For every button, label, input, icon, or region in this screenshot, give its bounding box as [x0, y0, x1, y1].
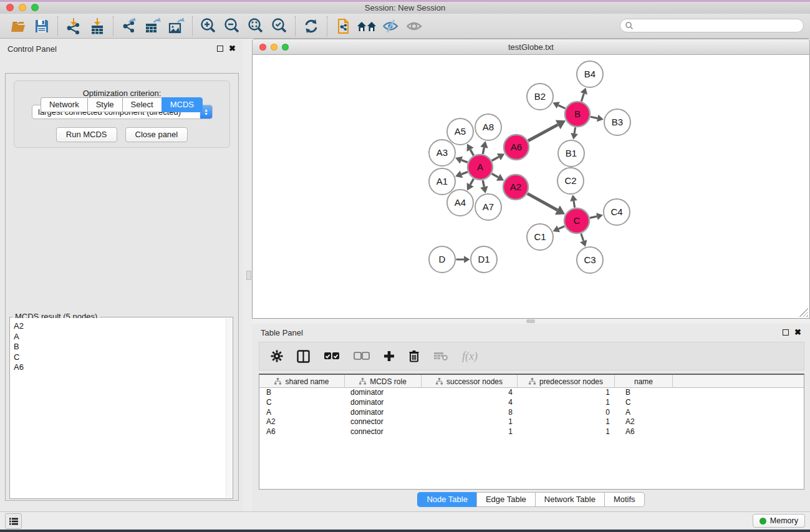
network-window-titlebar[interactable]: testGlobe.txt	[252, 39, 810, 55]
graph-edge[interactable]	[591, 117, 597, 118]
mcds-result-item[interactable]: B	[11, 342, 226, 352]
show-all-button[interactable]	[402, 16, 426, 37]
column-header[interactable]: shared name	[259, 375, 345, 388]
tab-edge-table[interactable]: Edge Table	[476, 492, 535, 507]
column-header[interactable]: successor nodes	[422, 375, 518, 388]
graph-edge[interactable]	[590, 216, 597, 218]
float-panel-icon[interactable]	[217, 46, 223, 52]
resize-grip-icon[interactable]	[799, 308, 808, 317]
mcds-result-item[interactable]: A6	[11, 362, 226, 373]
search-field[interactable]	[620, 19, 804, 32]
close-panel-button[interactable]: Close panel	[125, 127, 188, 142]
node-table[interactable]: shared nameMCDS rolesuccessor nodesprede…	[259, 374, 804, 490]
graph-edge[interactable]	[470, 179, 473, 185]
memory-button[interactable]: Memory	[753, 514, 805, 528]
graph-edge[interactable]	[483, 147, 484, 154]
main-toolbar	[0, 14, 810, 39]
minimize-window-button[interactable]	[19, 4, 26, 11]
graph-edge[interactable]	[558, 105, 565, 109]
app-titlebar[interactable]: Session: New Session	[0, 2, 810, 14]
select-all-columns-button[interactable]	[324, 352, 340, 360]
table-row[interactable]: Cdominator41C	[259, 398, 804, 408]
graph-edge[interactable]	[581, 233, 584, 241]
float-table-panel-icon[interactable]	[783, 329, 789, 336]
splitter-handle[interactable]	[246, 271, 251, 280]
network-canvas[interactable]: B4B2BB3A8A5A6A3B1AC2A1A2A4A7C4CC1DD1C3	[252, 55, 810, 319]
unselect-all-columns-button[interactable]	[354, 352, 370, 360]
delete-table-button[interactable]	[433, 351, 448, 361]
node-table-header[interactable]: shared nameMCDS rolesuccessor nodesprede…	[259, 375, 804, 388]
close-table-panel-icon[interactable]: ✖	[794, 329, 801, 336]
column-settings-button[interactable]	[271, 350, 283, 362]
window-controls[interactable]	[6, 4, 39, 11]
export-image-button[interactable]	[165, 16, 188, 37]
graph-edge[interactable]	[528, 125, 558, 141]
network-zoom-button[interactable]	[282, 44, 289, 51]
tab-network-table[interactable]: Network Table	[535, 492, 604, 507]
network-minimize-button[interactable]	[271, 44, 277, 51]
import-network-button[interactable]	[62, 16, 85, 37]
graph-edge[interactable]	[483, 180, 484, 187]
tab-mcds[interactable]: MCDS	[162, 97, 203, 112]
graph-edge[interactable]	[461, 160, 468, 163]
graph-edge[interactable]	[574, 127, 576, 133]
function-builder-button[interactable]: f(x)	[462, 350, 478, 363]
graph-edge[interactable]	[492, 174, 498, 178]
close-panel-icon[interactable]: ✖	[229, 46, 236, 52]
graph-edge[interactable]	[461, 172, 468, 175]
tab-select[interactable]: Select	[122, 97, 162, 112]
graph-edge[interactable]	[528, 193, 557, 210]
import-table-button[interactable]	[85, 16, 109, 37]
zoom-fit-button[interactable]	[244, 16, 268, 37]
close-window-button[interactable]	[6, 4, 14, 11]
network-close-button[interactable]	[259, 44, 266, 51]
run-mcds-button[interactable]: Run MCDS	[56, 127, 117, 142]
search-input[interactable]	[634, 20, 803, 31]
graph-edge[interactable]	[559, 226, 565, 229]
graph-edge[interactable]	[574, 201, 575, 208]
zoom-window-button[interactable]	[31, 4, 39, 11]
tab-style[interactable]: Style	[87, 97, 122, 112]
zoom-in-button[interactable]	[196, 16, 220, 37]
session-title: Session: New Session	[0, 3, 810, 12]
mcds-result-item[interactable]: C	[11, 352, 226, 363]
hide-selected-button[interactable]	[378, 16, 402, 37]
table-row[interactable]: Bdominator41B	[259, 388, 804, 398]
mcds-result-list[interactable]: A2ABCA6	[11, 318, 226, 498]
network-graph[interactable]: B4B2BB3A8A5A6A3B1AC2A1A2A4A7C4CC1DD1C3	[253, 55, 809, 318]
zoom-out-button[interactable]	[220, 16, 244, 37]
tab-motifs[interactable]: Motifs	[604, 492, 645, 507]
mcds-list-scrollbar[interactable]	[226, 318, 232, 498]
zoom-out-icon	[223, 17, 241, 36]
network-hscrollbar[interactable]	[252, 319, 810, 324]
export-network-button[interactable]	[117, 16, 141, 37]
tab-network[interactable]: Network	[41, 97, 87, 112]
apply-layout-button[interactable]	[299, 16, 323, 37]
mcds-result-item[interactable]: A	[11, 332, 226, 342]
add-column-button[interactable]	[383, 351, 395, 362]
table-row[interactable]: A2connector11A2	[259, 417, 804, 427]
table-toolbar: f(x)	[259, 342, 804, 370]
graph-edge[interactable]	[581, 94, 584, 102]
open-session-button[interactable]	[6, 16, 30, 37]
zoom-selected-button[interactable]	[268, 16, 291, 37]
save-session-button[interactable]	[30, 16, 54, 37]
export-table-button[interactable]	[141, 16, 165, 37]
first-neighbors-button[interactable]	[355, 16, 378, 37]
table-row[interactable]: A6connector11A6	[259, 427, 804, 437]
mcds-result-group: MCDS result (5 nodes) A2ABCA6	[9, 317, 233, 499]
column-header[interactable]: MCDS role	[345, 375, 422, 388]
new-network-from-selection-button[interactable]	[331, 16, 355, 37]
column-header[interactable]: predecessor nodes	[518, 375, 615, 388]
tab-node-table[interactable]: Node Table	[417, 492, 476, 507]
graph-edge[interactable]	[492, 157, 499, 160]
table-mode-button[interactable]	[297, 350, 310, 363]
network-hscrollbar-thumb[interactable]	[526, 319, 535, 323]
export-network-icon	[120, 17, 138, 35]
mcds-result-item[interactable]: A2	[11, 321, 226, 332]
table-row[interactable]: Adominator80A	[259, 408, 804, 418]
delete-columns-button[interactable]	[408, 350, 420, 362]
column-header[interactable]: name	[615, 375, 673, 388]
show-task-history-button[interactable]	[5, 513, 22, 529]
graph-edge[interactable]	[470, 150, 473, 155]
